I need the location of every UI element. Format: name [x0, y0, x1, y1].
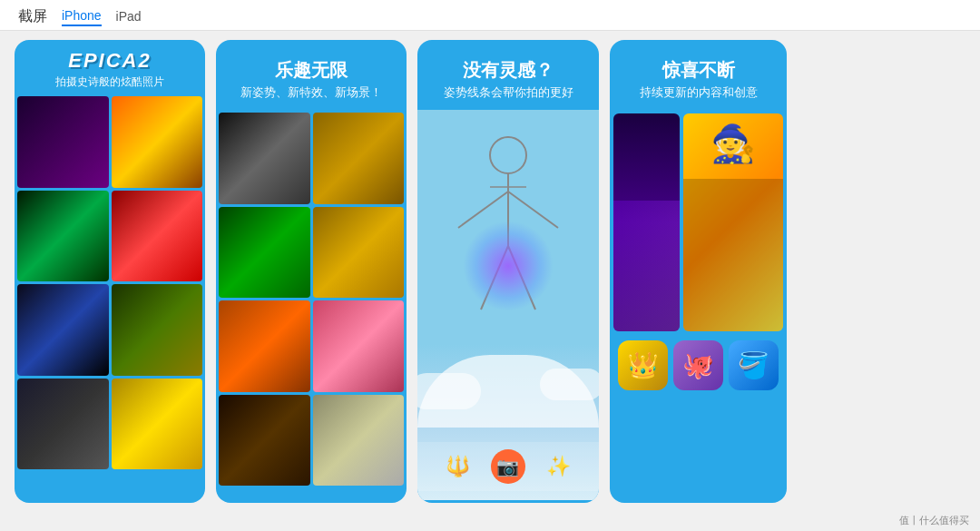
grid-cell	[313, 113, 405, 204]
card4-title: 惊喜不断	[615, 49, 781, 84]
svg-point-0	[490, 137, 526, 173]
emoji-king: 👑	[618, 340, 668, 390]
main-content: EPICA2 拍摄史诗般的炫酷照片 乐趣无限 新姿势、新特效、新场景！	[0, 31, 980, 521]
card2-title: 乐趣无限	[221, 49, 401, 84]
card3-bottom-bar: 🔱 📷 ✨	[417, 442, 599, 491]
grid-cell	[219, 207, 310, 299]
page-title: 截屏	[18, 7, 47, 26]
grid-cell	[17, 284, 109, 376]
card1-logo: EPICA2	[20, 49, 200, 73]
tab-iphone[interactable]: iPhone	[62, 8, 102, 26]
icon-left[interactable]: 🔱	[446, 455, 470, 478]
card4-top-row: 🧙	[613, 113, 783, 331]
card1-grid	[15, 93, 205, 472]
glow-effect	[463, 221, 554, 311]
grid-cell	[17, 96, 109, 188]
grid-cell	[112, 379, 203, 470]
card4-body: 🧙 👑 🐙 🪣	[610, 110, 787, 399]
screenshot-card-4: 惊喜不断 持续更新的内容和创意 🧙 👑 🐙 🪣	[610, 40, 787, 503]
tab-ipad[interactable]: iPad	[116, 9, 142, 25]
grid-cell	[219, 300, 310, 392]
grid-cell	[112, 96, 203, 188]
grid-cell	[17, 191, 109, 282]
grid-cell	[313, 395, 405, 487]
card3-subtitle: 姿势线条会帮你拍的更好	[423, 84, 593, 106]
card4-emoji-row: 👑 🐙 🪣	[613, 335, 783, 396]
card4-panel-right: 🧙	[683, 113, 783, 331]
emoji-blue: 🪣	[729, 340, 779, 390]
grid-cell	[313, 207, 405, 299]
grid-cell	[112, 191, 203, 282]
footer: 值丨什么值得买	[0, 510, 980, 531]
emoji-purple: 🐙	[673, 340, 723, 390]
card2-grid	[216, 110, 407, 488]
card3-header: 没有灵感？ 姿势线条会帮你拍的更好	[417, 40, 599, 110]
card2-subtitle: 新姿势、新特效、新场景！	[221, 84, 401, 106]
card4-panel-left	[613, 113, 680, 331]
screenshot-card-3: 没有灵感？ 姿势线条会帮你拍的更好	[417, 40, 599, 503]
grid-cell	[219, 395, 310, 487]
camera-button[interactable]: 📷	[491, 449, 525, 484]
grid-cell	[313, 300, 405, 392]
screenshot-card-2: 乐趣无限 新姿势、新特效、新场景！	[216, 40, 407, 503]
card2-header: 乐趣无限 新姿势、新特效、新场景！	[216, 40, 407, 110]
card1-header: EPICA2 拍摄史诗般的炫酷照片	[15, 40, 205, 93]
grid-cell	[112, 284, 203, 376]
card1-subtitle: 拍摄史诗般的炫酷照片	[20, 74, 200, 90]
header: 截屏 iPhone iPad	[0, 0, 980, 31]
screenshot-card-1: EPICA2 拍摄史诗般的炫酷照片	[15, 40, 205, 503]
grid-cell	[17, 379, 109, 470]
card3-title: 没有灵感？	[423, 49, 593, 84]
card4-subtitle: 持续更新的内容和创意	[615, 84, 781, 106]
grid-cell	[219, 113, 310, 204]
card4-header: 惊喜不断 持续更新的内容和创意	[610, 40, 787, 110]
icon-right[interactable]: ✨	[546, 455, 571, 478]
card3-body: 🔱 📷 ✨	[417, 110, 599, 500]
footer-logo: 值丨什么值得买	[899, 514, 969, 527]
